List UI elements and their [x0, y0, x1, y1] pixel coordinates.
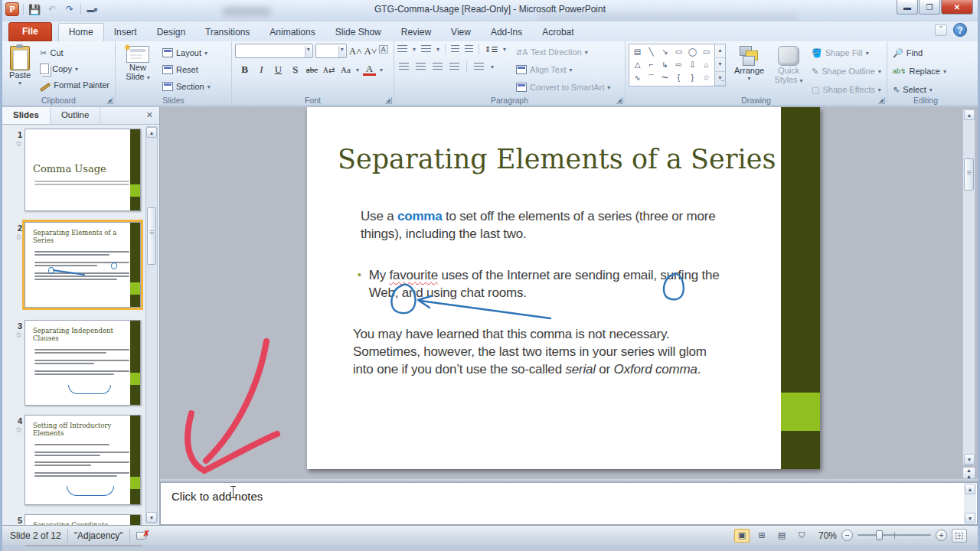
shape-textbox[interactable]: ▤ — [631, 46, 644, 57]
gallery-down-icon[interactable]: ▼ — [715, 58, 725, 72]
tab-file[interactable]: File — [8, 22, 52, 41]
shape-triangle[interactable]: △ — [631, 59, 644, 70]
tab-design[interactable]: Design — [147, 24, 195, 41]
section-button[interactable]: Section▾ — [160, 79, 213, 94]
scroll-up-icon[interactable]: ▲ — [146, 127, 157, 138]
fit-to-window-button[interactable]: ✛ — [952, 529, 967, 543]
scroll-down-icon[interactable]: ▼ — [964, 454, 975, 465]
tab-outline[interactable]: Outline — [51, 107, 100, 124]
paste-button[interactable]: Paste ▾ — [5, 44, 34, 93]
panel-close-icon[interactable]: ✕ — [140, 107, 159, 124]
clear-formatting-icon[interactable]: 🄰 — [379, 45, 390, 57]
scroll-up-icon[interactable]: ▲ — [964, 109, 975, 120]
shape-right-brace[interactable]: } — [686, 72, 699, 83]
find-button[interactable]: 🔎Find — [890, 45, 961, 60]
copy-button[interactable]: Copy▾ — [38, 61, 112, 77]
tab-acrobat[interactable]: Acrobat — [532, 24, 583, 41]
format-painter-button[interactable]: Format Painter — [38, 77, 112, 93]
strikethrough-button[interactable]: abc — [305, 65, 318, 74]
shape-left-brace[interactable]: { — [672, 72, 685, 83]
minimize-button[interactable]: ▬ — [897, 0, 918, 15]
shape-elbow-arrow[interactable]: ↳ — [658, 59, 671, 70]
shape-elbow[interactable]: ⌐ — [645, 59, 658, 70]
slide-title[interactable]: Separating Elements of a Series — [338, 144, 776, 174]
tab-animations[interactable]: Animations — [260, 24, 325, 41]
gallery-more-icon[interactable]: ▼̲ — [715, 72, 725, 86]
reading-view-button[interactable]: ▤ — [774, 529, 789, 543]
minimize-ribbon-icon[interactable]: ⌃ — [935, 24, 947, 36]
underline-button[interactable]: U — [272, 64, 285, 76]
shape-oval[interactable]: ◯ — [686, 46, 699, 57]
font-size-combo[interactable] — [315, 44, 347, 58]
slideshow-button[interactable]: ⛉ — [794, 529, 809, 543]
justify-icon[interactable] — [449, 63, 459, 71]
quick-styles-button[interactable]: Quick Styles ▾ — [773, 44, 805, 93]
change-case-button[interactable]: Aa — [339, 65, 352, 74]
shape-arrow[interactable]: ↘ — [658, 46, 671, 57]
tab-slide-show[interactable]: Slide Show — [325, 24, 391, 41]
gallery-up-icon[interactable]: ▲ — [715, 44, 725, 58]
shape-effects-button[interactable]: ▢Shape Effects▾ — [809, 82, 884, 97]
shape-curve[interactable]: 〜 — [658, 72, 671, 83]
slide-sorter-button[interactable]: ⊞ — [754, 529, 769, 543]
tab-slides[interactable]: Slides — [2, 107, 51, 124]
tab-home[interactable]: Home — [58, 23, 104, 41]
spell-check-icon[interactable]: ✗ — [136, 530, 150, 541]
tab-add-ins[interactable]: Add-Ins — [481, 24, 532, 41]
vertical-scrollbar[interactable]: ▲ ▼ — [962, 109, 975, 465]
slide-4-thumbnail[interactable]: Setting off Introductory Elements — [24, 415, 141, 505]
tab-transitions[interactable]: Transitions — [195, 24, 260, 41]
shape-fill-button[interactable]: 🪣Shape Fill▾ — [809, 45, 884, 60]
new-slide-button[interactable]: ✸ New Slide ▾ — [119, 44, 157, 93]
tab-review[interactable]: Review — [391, 24, 441, 41]
character-spacing-button[interactable]: A⇄ — [322, 66, 335, 74]
align-left-icon[interactable] — [399, 63, 409, 71]
shape-down-arrow[interactable]: ⇩ — [686, 59, 699, 70]
scroll-up-icon[interactable]: ▲ — [965, 484, 975, 494]
notes-scrollbar[interactable]: ▲ ▼ — [964, 484, 976, 523]
thumbnails-scrollbar[interactable]: ▲ ▼ — [145, 126, 158, 523]
shape-scribble[interactable]: ∿ — [631, 72, 644, 83]
help-icon[interactable]: ? — [953, 23, 967, 37]
arrange-button[interactable]: Arrange▾ — [730, 44, 768, 93]
bullets-icon[interactable] — [397, 45, 407, 54]
tab-view[interactable]: View — [441, 24, 481, 41]
scrollbar-thumb[interactable] — [964, 158, 974, 191]
slide-bullet-item[interactable]: • My favourite uses of the Internet are … — [358, 266, 748, 302]
shape-pentagon[interactable]: ⌂ — [700, 59, 713, 70]
theme-name[interactable]: "Adjacency" — [74, 530, 123, 541]
shape-star[interactable]: ☆ — [700, 72, 713, 83]
slide-1-thumbnail[interactable]: Comma Usage — [24, 129, 141, 211]
font-dialog-launcher-icon[interactable]: ◢ — [385, 97, 392, 104]
numbering-icon[interactable] — [421, 45, 431, 54]
slide-canvas[interactable]: Separating Elements of a Series Use a co… — [307, 107, 820, 469]
zoom-slider[interactable] — [858, 534, 931, 536]
align-center-icon[interactable] — [416, 63, 426, 71]
maximize-button[interactable]: ❐ — [919, 0, 940, 15]
drawing-dialog-launcher-icon[interactable]: ◢ — [878, 97, 885, 104]
scroll-down-icon[interactable]: ▼ — [965, 513, 975, 523]
font-color-button[interactable]: A — [363, 64, 376, 76]
slide-2-thumbnail[interactable]: Separating Elements of a Series — [24, 222, 141, 308]
notes-placeholder[interactable]: Click to add notes — [172, 490, 263, 503]
previous-slide-button[interactable]: ▲▲ — [962, 467, 975, 479]
shrink-font-button[interactable]: A˅ — [364, 45, 377, 57]
shape-line[interactable]: ╲ — [645, 46, 658, 57]
close-button[interactable]: ✕ — [941, 0, 973, 15]
tab-insert[interactable]: Insert — [104, 24, 147, 41]
slide-counter[interactable]: Slide 2 of 12 — [2, 530, 61, 541]
shape-rectangle[interactable]: ▭ — [672, 46, 685, 57]
reset-button[interactable]: Reset — [160, 62, 213, 77]
select-button[interactable]: ⇖Select▾ — [890, 82, 961, 97]
slide-paragraph-1[interactable]: Use a comma to set off the elements of a… — [361, 207, 743, 243]
cut-button[interactable]: ✂Cut — [38, 45, 112, 60]
text-shadow-button[interactable]: S — [289, 64, 302, 76]
line-spacing-icon[interactable]: ⇕☰ — [485, 45, 498, 54]
shape-rounded-rectangle[interactable]: ▭ — [700, 46, 713, 57]
align-text-button[interactable]: Align Text▾ — [514, 62, 612, 77]
replace-button[interactable]: ab↯Replace▾ — [890, 64, 961, 79]
zoom-out-button[interactable]: − — [841, 530, 853, 541]
normal-view-button[interactable]: ▣ — [734, 529, 750, 543]
scroll-down-icon[interactable]: ▼ — [146, 512, 157, 523]
notes-pane[interactable]: Click to add notes ▲ ▼ — [160, 482, 978, 525]
